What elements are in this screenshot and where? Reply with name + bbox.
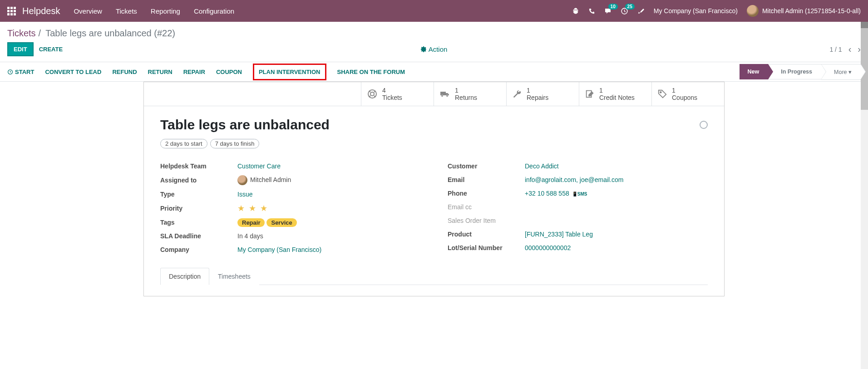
label-email: Email	[448, 176, 525, 183]
stage-more[interactable]: More ▾	[821, 64, 861, 80]
label-type: Type	[160, 191, 237, 198]
breadcrumb-current: Table legs are unbalanced (#22)	[45, 28, 175, 39]
record-title-row: Table legs are unbalanced	[160, 117, 708, 133]
action-label: Action	[429, 45, 448, 53]
label-assigned: Assigned to	[160, 177, 237, 184]
pager-text: 1 / 1	[829, 46, 842, 53]
company-selector[interactable]: My Company (San Francisco)	[654, 7, 738, 15]
smart-coupons[interactable]: 1Coupons	[651, 82, 724, 106]
label-phone: Phone	[448, 190, 525, 197]
value-team[interactable]: Customer Care	[237, 162, 281, 170]
stage-new[interactable]: New	[740, 64, 769, 79]
form-body: Table legs are unbalanced 2 days to star…	[144, 106, 724, 296]
label-product: Product	[448, 231, 525, 238]
tab-timesheets[interactable]: Timesheets	[209, 268, 259, 285]
tag-icon	[657, 89, 667, 99]
user-menu[interactable]: Mitchell Admin (12571854-15-0-all)	[747, 5, 861, 17]
smart-returns[interactable]: 1Returns	[434, 82, 506, 106]
label-lot: Lot/Serial Number	[448, 244, 525, 251]
user-avatar-icon	[747, 5, 759, 17]
start-button[interactable]: Start	[7, 69, 34, 75]
tab-bar: Description Timesheets	[160, 267, 708, 285]
value-product[interactable]: [FURN_2333] Table Leg	[525, 231, 593, 238]
tab-description[interactable]: Description	[160, 268, 209, 285]
stage-in-progress[interactable]: In Progress	[768, 64, 821, 79]
smart-credit-notes[interactable]: 1Credit Notes	[579, 82, 651, 106]
plan-intervention-button[interactable]: Plan Intervention	[253, 64, 326, 80]
messages-badge: 10	[608, 4, 618, 10]
label-company: Company	[160, 246, 237, 253]
assignee-avatar-icon	[237, 175, 247, 185]
phone-icon[interactable]	[588, 8, 595, 15]
tag-repair[interactable]: Repair	[237, 218, 265, 227]
app-title[interactable]: Helpdesk	[22, 6, 60, 16]
clock-icon	[7, 69, 13, 75]
value-lot[interactable]: 0000000000002	[525, 244, 571, 251]
share-forum-button[interactable]: Share on the Forum	[337, 69, 405, 75]
value-customer[interactable]: Deco Addict	[525, 162, 559, 170]
pill-finish: 7 days to finish	[210, 139, 260, 148]
vertical-scrollbar[interactable]	[861, 22, 868, 296]
repair-button[interactable]: Repair	[183, 69, 205, 75]
tools-icon[interactable]	[637, 7, 645, 15]
sla-pills: 2 days to start 7 days to finish	[160, 139, 708, 148]
value-company[interactable]: My Company (San Francisco)	[237, 246, 321, 253]
label-customer: Customer	[448, 162, 525, 170]
smart-tickets[interactable]: 4Tickets	[361, 82, 434, 106]
status-actions: Start Convert to Lead Refund Return Repa…	[7, 64, 405, 80]
label-team: Helpdesk Team	[160, 162, 237, 170]
label-so: Sales Order Item	[448, 217, 525, 224]
action-dropdown[interactable]: Action	[421, 45, 448, 53]
top-right: 10 25 My Company (San Francisco) Mitchel…	[572, 5, 861, 17]
left-column: Helpdesk TeamCustomer Care Assigned toMi…	[160, 159, 420, 256]
apps-icon[interactable]	[7, 7, 16, 15]
nav-reporting[interactable]: Reporting	[151, 7, 180, 15]
caret-down-icon: ▾	[848, 69, 852, 75]
breadcrumb-root[interactable]: Tickets	[7, 28, 36, 39]
status-bar: Start Convert to Lead Refund Return Repa…	[0, 62, 868, 81]
nav-tickets[interactable]: Tickets	[116, 7, 137, 15]
user-name: Mitchell Admin (12571854-15-0-all)	[762, 7, 861, 15]
activities-icon[interactable]: 25	[621, 7, 628, 15]
value-type[interactable]: Issue	[237, 191, 252, 198]
sms-button[interactable]: 📱SMS	[572, 192, 587, 197]
scroll-up-icon[interactable]	[861, 22, 868, 28]
gear-icon	[421, 46, 427, 52]
breadcrumb: Tickets / Table legs are unbalanced (#22…	[0, 22, 868, 42]
svg-point-4	[660, 92, 661, 93]
right-column: CustomerDeco Addict Emailinfo@agrolait.c…	[448, 159, 708, 256]
pager-prev-icon[interactable]: ‹	[848, 44, 852, 54]
priority-stars[interactable]: ★ ★ ★	[237, 203, 420, 213]
return-button[interactable]: Return	[148, 69, 173, 75]
smart-repairs[interactable]: 1Repairs	[506, 82, 579, 106]
status-stages: New In Progress More ▾	[740, 64, 861, 80]
smart-button-row: 4Tickets 1Returns 1Repairs 1Credit Notes…	[144, 82, 724, 106]
label-priority: Priority	[160, 205, 237, 212]
create-button[interactable]: Create	[39, 46, 63, 53]
priority-circle-icon[interactable]	[700, 121, 708, 129]
value-assigned[interactable]: Mitchell Admin	[250, 176, 291, 183]
value-email[interactable]: info@agrolait.com, joe@email.com	[525, 176, 624, 183]
form-sheet: 4Tickets 1Returns 1Repairs 1Credit Notes…	[143, 82, 725, 296]
tag-service[interactable]: Service	[266, 218, 296, 227]
pager-next-icon[interactable]: ›	[858, 44, 861, 54]
pager: 1 / 1 ‹ ›	[829, 44, 861, 54]
svg-point-3	[370, 92, 374, 96]
refund-button[interactable]: Refund	[112, 69, 137, 75]
edit-note-icon	[585, 89, 595, 99]
nav-configuration[interactable]: Configuration	[194, 7, 234, 15]
main-nav: Overview Tickets Reporting Configuration	[74, 7, 234, 15]
top-navbar: Helpdesk Overview Tickets Reporting Conf…	[0, 0, 868, 22]
value-phone[interactable]: +32 10 588 558	[525, 190, 569, 197]
convert-to-lead-button[interactable]: Convert to Lead	[45, 69, 101, 75]
coupon-button[interactable]: Coupon	[216, 69, 242, 75]
activities-badge: 25	[625, 4, 635, 10]
messages-icon[interactable]: 10	[604, 7, 612, 15]
value-sla: In 4 days	[237, 232, 420, 240]
truck-icon	[439, 89, 450, 99]
field-columns: Helpdesk TeamCustomer Care Assigned toMi…	[160, 159, 708, 256]
nav-overview[interactable]: Overview	[74, 7, 102, 15]
bug-icon[interactable]	[572, 7, 579, 15]
edit-button[interactable]: Edit	[7, 42, 34, 56]
breadcrumb-sep: /	[39, 28, 41, 39]
